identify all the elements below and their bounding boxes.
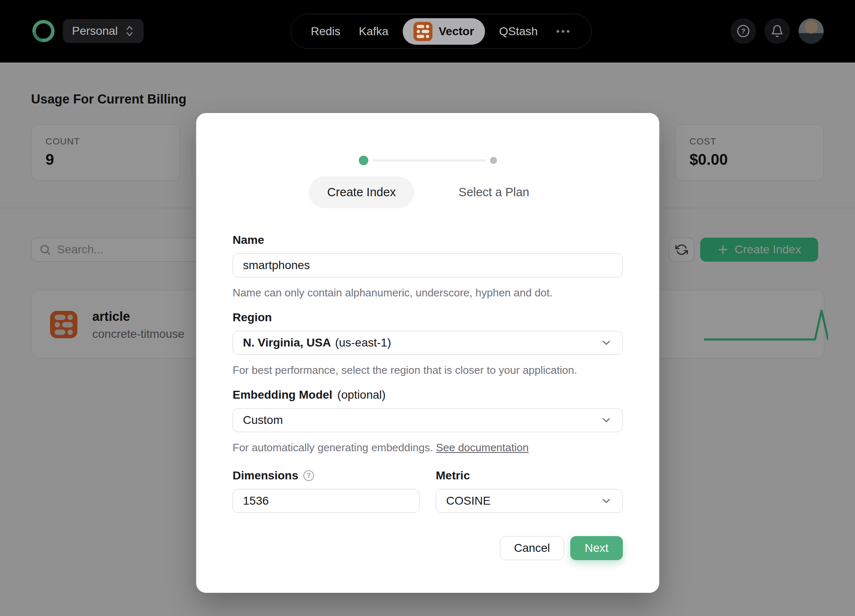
product-nav: Redis Kafka Vector QStash ••• <box>291 14 592 49</box>
bell-icon <box>771 24 784 38</box>
chevron-down-icon <box>600 414 612 426</box>
wizard-tabs: Create Index Select a Plan <box>233 177 623 208</box>
region-helper-text: For best performance, select the region … <box>233 364 623 377</box>
vector-database-icon <box>413 22 432 41</box>
tab-select-plan[interactable]: Select a Plan <box>428 177 560 208</box>
metric-value: COSINE <box>446 494 490 508</box>
notifications-button[interactable] <box>764 18 790 44</box>
tab-select-plan-label: Select a Plan <box>440 176 548 208</box>
nav-item-redis[interactable]: Redis <box>311 25 341 38</box>
help-button[interactable]: ? <box>730 18 756 44</box>
embedding-model-select[interactable]: Custom <box>233 408 623 432</box>
team-name: Personal <box>72 24 118 38</box>
next-button[interactable]: Next <box>570 536 623 560</box>
metric-label: Metric <box>436 469 623 482</box>
dimensions-label-text: Dimensions <box>233 469 298 482</box>
embedding-model-label: Embedding Model (optional) <box>233 388 623 402</box>
embedding-model-label-text: Embedding Model <box>233 388 332 402</box>
region-code: (us-east-1) <box>335 336 391 349</box>
question-glyph: ? <box>741 27 745 35</box>
navbar-right: ? <box>730 18 824 44</box>
upstash-logo-icon[interactable] <box>31 19 55 43</box>
nav-item-qstash[interactable]: QStash <box>499 25 538 38</box>
embedding-model-value: Custom <box>243 414 283 427</box>
nav-item-vector-label: Vector <box>439 25 474 38</box>
user-avatar[interactable] <box>798 18 824 44</box>
tab-create-index[interactable]: Create Index <box>295 177 428 208</box>
nav-item-kafka[interactable]: Kafka <box>359 25 389 38</box>
dimensions-label: Dimensions ? <box>233 469 420 482</box>
region-label: Region <box>233 311 623 324</box>
step-dot-upcoming <box>490 157 497 164</box>
region-select[interactable]: N. Virginia, USA (us-east-1) <box>233 331 623 355</box>
chevron-down-icon <box>600 337 612 349</box>
chevrons-up-down-icon <box>125 25 134 37</box>
tab-create-index-label: Create Index <box>309 176 414 208</box>
nav-item-vector[interactable]: Vector <box>403 18 485 45</box>
nav-more-button[interactable]: ••• <box>556 26 572 37</box>
region-value: N. Virginia, USA <box>243 336 331 349</box>
dimensions-help-icon[interactable]: ? <box>303 470 314 481</box>
optional-suffix: (optional) <box>337 388 386 402</box>
top-navbar: Personal Redis Kafka Vector QStash ••• ? <box>0 0 855 63</box>
name-input[interactable] <box>233 253 623 277</box>
step-track <box>373 159 485 161</box>
embedding-helper-text: For automatically generating embeddings.… <box>233 441 623 454</box>
name-label: Name <box>233 233 623 247</box>
see-documentation-link[interactable]: See documentation <box>436 441 528 454</box>
name-helper-text: Name can only contain alphanumeric, unde… <box>233 286 623 299</box>
team-switcher[interactable]: Personal <box>63 19 144 43</box>
metric-select[interactable]: COSINE <box>436 489 623 513</box>
wizard-stepper <box>233 156 623 165</box>
cancel-button[interactable]: Cancel <box>500 536 564 560</box>
dimensions-metric-row: Dimensions ? Metric COSINE <box>233 469 623 513</box>
chevron-down-icon <box>600 495 612 507</box>
modal-footer: Cancel Next <box>233 536 623 560</box>
embedding-helper-prefix: For automatically generating embeddings. <box>233 441 436 454</box>
step-dot-current <box>359 156 368 165</box>
dimensions-input[interactable] <box>233 489 420 513</box>
create-index-modal: Create Index Select a Plan Name Name can… <box>196 113 659 593</box>
